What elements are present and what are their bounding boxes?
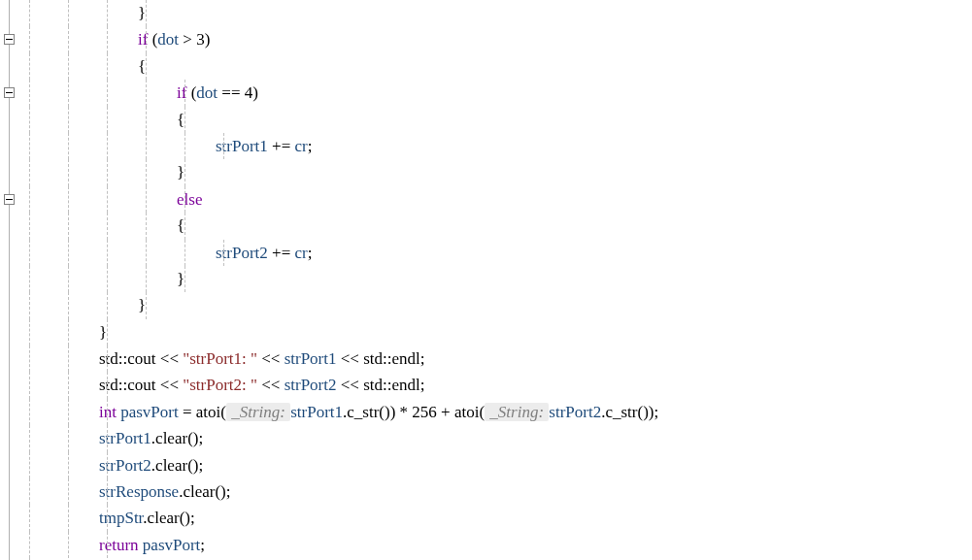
- code-token: std: [363, 376, 383, 394]
- code-token: {: [177, 111, 184, 129]
- code-token: (): [187, 429, 198, 447]
- indent-guide: [107, 478, 108, 505]
- indent-guide: [107, 213, 108, 239]
- indent-guide: [68, 26, 69, 52]
- indent-guide: [68, 0, 69, 26]
- indent-guide: [29, 240, 30, 266]
- code-token: <<: [261, 349, 280, 368]
- indent-guide: [29, 186, 30, 213]
- code-token: pasvPort: [120, 403, 179, 421]
- code-token: atoi: [196, 403, 221, 421]
- indent-guide: [29, 319, 30, 346]
- code-token: strPort1: [290, 403, 343, 421]
- indent-guide: [184, 240, 185, 266]
- indent-guide: [29, 53, 30, 80]
- code-line[interactable]: {: [21, 107, 972, 133]
- fold-toggle-collapse-icon[interactable]: [4, 194, 15, 205]
- indent-guide: [29, 532, 30, 558]
- indent-guide: [68, 159, 69, 185]
- indent-guide: [184, 133, 185, 159]
- indent-guide: [146, 292, 147, 318]
- fold-toggle-collapse-icon[interactable]: [4, 34, 15, 45]
- code-token: ): [205, 30, 211, 49]
- code-token: cout: [127, 349, 155, 368]
- indent-guide: [107, 266, 108, 292]
- code-line[interactable]: strPort1.clear();: [21, 425, 972, 451]
- indent-guide: [68, 425, 69, 451]
- code-line[interactable]: }: [21, 266, 972, 292]
- indent-guide: [68, 133, 69, 159]
- code-token: "strPort2: ": [183, 376, 257, 394]
- indent-guide: [184, 80, 185, 106]
- code-line[interactable]: {: [21, 213, 972, 239]
- code-line[interactable]: std::cout << "strPort1: " << strPort1 <<…: [21, 346, 972, 372]
- code-line[interactable]: }: [21, 319, 972, 346]
- code-token: clear: [148, 509, 180, 527]
- code-line[interactable]: int pasvPort = atoi( _String: strPort1.c…: [21, 399, 972, 425]
- code-area[interactable]: }if (dot > 3){if (dot == 4){strPort1 += …: [21, 0, 972, 560]
- indent-guide: [107, 186, 108, 213]
- indent-guide: [29, 292, 30, 318]
- code-token: ==: [221, 83, 240, 102]
- code-line[interactable]: strPort1 += cr;: [21, 133, 972, 159]
- indent-guide: [68, 399, 69, 425]
- code-token: >: [183, 30, 192, 49]
- code-line[interactable]: std::cout << "strPort2: " << strPort2 <<…: [21, 372, 972, 398]
- code-editor[interactable]: }if (dot > 3){if (dot == 4){strPort1 += …: [0, 0, 972, 560]
- indent-guide: [29, 478, 30, 505]
- code-line[interactable]: tmpStr.clear();: [21, 505, 972, 531]
- code-token: pasvPort: [143, 536, 201, 554]
- indent-guide: [146, 133, 147, 159]
- code-line[interactable]: strPort2.clear();: [21, 452, 972, 478]
- code-token: ;: [308, 137, 313, 155]
- code-token: ;: [654, 403, 658, 421]
- indent-guide: [107, 346, 108, 372]
- indent-guide: [107, 80, 108, 106]
- indent-guide: [223, 240, 224, 266]
- indent-guide: [29, 133, 30, 159]
- code-token: +=: [272, 137, 290, 155]
- code-token: 4: [245, 83, 253, 102]
- code-line[interactable]: }: [21, 0, 972, 26]
- indent-guide: [146, 107, 147, 133]
- indent-guide: [68, 292, 69, 318]
- indent-guide: [146, 159, 147, 185]
- code-token: <<: [160, 376, 179, 394]
- indent-guide: [29, 425, 30, 451]
- code-token: c_str: [347, 403, 379, 421]
- code-line[interactable]: else: [21, 186, 972, 213]
- code-line[interactable]: if (dot == 4): [21, 80, 972, 106]
- code-token: dot: [196, 83, 218, 102]
- code-token: else: [177, 190, 202, 209]
- code-line[interactable]: {: [21, 53, 972, 80]
- code-token: }: [177, 163, 184, 181]
- code-token: }: [99, 323, 107, 342]
- code-line[interactable]: }: [21, 159, 972, 185]
- code-token: ;: [190, 509, 195, 527]
- code-line[interactable]: if (dot > 3): [21, 26, 972, 52]
- code-token: <<: [341, 376, 359, 394]
- code-line[interactable]: return pasvPort;: [21, 532, 972, 558]
- indent-guide: [29, 452, 30, 478]
- code-token: (): [379, 403, 389, 421]
- code-token: (): [637, 403, 648, 421]
- code-token: *: [400, 403, 409, 421]
- indent-guide: [68, 53, 69, 80]
- indent-guide: [184, 186, 185, 213]
- indent-guide: [107, 53, 108, 80]
- code-token: std: [99, 349, 118, 368]
- code-line[interactable]: }: [21, 292, 972, 318]
- indent-guide: [107, 505, 108, 531]
- code-token: c_str: [605, 403, 637, 421]
- code-token: dot: [157, 30, 179, 49]
- code-token: 256: [412, 403, 437, 421]
- fold-toggle-collapse-icon[interactable]: [4, 87, 15, 98]
- code-line[interactable]: strResponse.clear();: [21, 478, 972, 505]
- code-line[interactable]: strPort2 += cr;: [21, 240, 972, 266]
- indent-guide: [146, 26, 147, 52]
- indent-guide: [184, 107, 185, 133]
- indent-guide: [29, 26, 30, 52]
- code-token: cr: [295, 244, 308, 262]
- indent-guide: [29, 0, 30, 26]
- code-token: atoi: [454, 403, 480, 421]
